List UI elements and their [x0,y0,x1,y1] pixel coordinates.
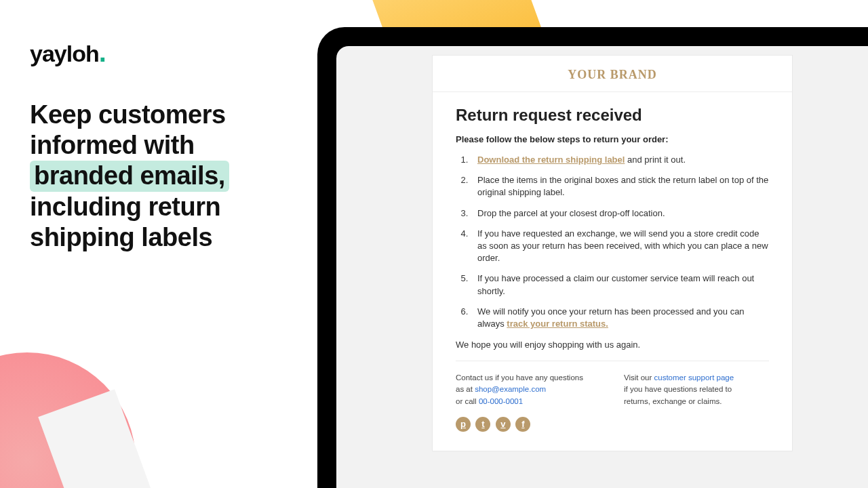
logo-dot-icon: . [99,37,106,67]
step-1-rest: and print it out. [625,155,686,165]
footer-left: Contact us if you have any questions as … [456,372,583,407]
step-4: If you have requested an exchange, we wi… [471,228,769,265]
email-title: Return request received [456,106,769,125]
headline-highlight: branded emails, [30,161,229,192]
step-5: If you have processed a claim our custom… [471,272,769,297]
footer-left-line1: Contact us if you have any questions [456,373,583,382]
facebook-icon[interactable]: f [515,417,530,432]
footer-right-line3: returns, exchange or claims. [624,397,722,405]
brand-logo: yayloh. [30,41,260,67]
email-card: YOUR BRAND Return request received Pleas… [433,56,792,451]
vimeo-icon[interactable]: v [496,417,511,432]
device-frame: YOUR BRAND Return request received Pleas… [317,27,868,488]
social-row: p t v f [456,407,769,445]
footer-left-line2a: as at [456,385,475,393]
email-subtitle: Please follow the below steps to return … [456,134,769,144]
contact-phone-link[interactable]: 00-000-0001 [479,397,523,405]
footer-right-line2: if you have questions related to [624,385,732,393]
step-2: Place the items in the original boxes an… [471,174,769,199]
step-1: Download the return shipping label and p… [471,154,769,166]
device-screen: YOUR BRAND Return request received Pleas… [336,46,868,488]
brand-header: YOUR BRAND [433,56,792,92]
footer-right-line1a: Visit our [624,373,654,382]
step-3: Drop the parcel at your closest drop-off… [471,207,769,220]
headline-post: including return shipping labels [30,192,220,251]
footer-left-line3a: or call [456,397,479,405]
email-body: Return request received Please follow th… [433,92,792,451]
pinterest-icon[interactable]: p [456,417,471,432]
step-6: We will notify you once your return has … [471,306,769,330]
headline: Keep customers informed with branded ema… [30,100,260,253]
left-column: yayloh. Keep customers informed with bra… [30,41,260,253]
logo-text: yayloh [30,41,99,66]
track-status-link[interactable]: track your return status. [507,319,608,329]
twitter-icon[interactable]: t [475,417,490,432]
headline-pre: Keep customers informed with [30,100,226,159]
closing-text: We hope you will enjoy shopping with us … [456,340,769,350]
contact-email-link[interactable]: shop@example.com [475,385,546,393]
email-footer: Contact us if you have any questions as … [456,361,769,407]
footer-right: Visit our customer support page if you h… [624,372,734,407]
support-page-link[interactable]: customer support page [654,373,734,382]
steps-list: Download the return shipping label and p… [456,154,769,330]
download-label-link[interactable]: Download the return shipping label [477,155,625,165]
